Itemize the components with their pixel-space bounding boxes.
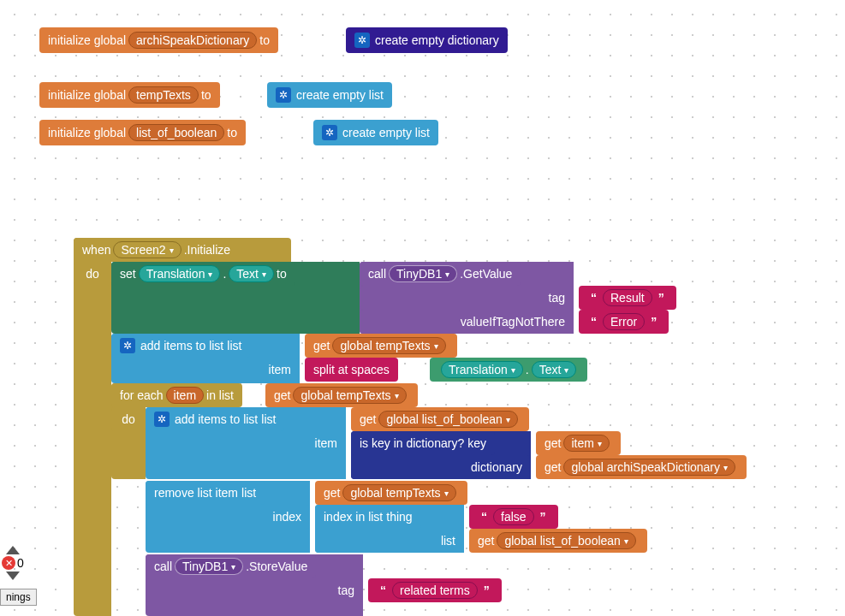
create-empty-list-1[interactable]: ✲ create empty list	[267, 82, 392, 108]
get-item[interactable]: get item	[536, 431, 621, 455]
var[interactable]: global tempTexts	[332, 337, 445, 354]
p1: list	[261, 412, 276, 426]
dot: .	[526, 363, 529, 376]
translation-text-getter[interactable]: Translation . Text	[430, 358, 587, 382]
p1: list	[227, 339, 241, 352]
error-count: 0	[17, 556, 24, 570]
get-temp-2[interactable]: get global tempTexts	[265, 383, 418, 407]
create-empty-dict[interactable]: ✲ create empty dictionary	[346, 27, 508, 53]
open-quote: “	[377, 583, 390, 597]
component-dropdown[interactable]: Translation	[139, 265, 221, 282]
string-result[interactable]: “ Result ”	[579, 286, 676, 310]
get: get	[478, 534, 494, 548]
set: set	[120, 267, 136, 281]
get-dict[interactable]: get global archiSpeakDictionary	[536, 455, 747, 479]
event-header[interactable]: when Screen2 .Initialize	[74, 238, 291, 262]
error-indicator[interactable]: ✕ 0	[2, 556, 24, 570]
get-bool-2[interactable]: get global list_of_boolean	[469, 529, 647, 553]
add-items-1[interactable]: ✲ add items to list list	[111, 334, 250, 358]
value[interactable]: Error	[603, 313, 645, 330]
comp[interactable]: Translation	[441, 361, 523, 378]
label: initialize global	[48, 88, 126, 102]
expand-down-icon[interactable]	[6, 572, 20, 580]
open-quote: “	[587, 291, 600, 305]
gear-icon[interactable]: ✲	[154, 412, 170, 427]
value[interactable]: Result	[603, 289, 652, 306]
add-items-1-item: item	[111, 358, 300, 382]
value[interactable]: related terms	[392, 582, 478, 599]
label: initialize global	[48, 126, 126, 139]
key: key	[467, 436, 486, 450]
init: .Initialize	[184, 243, 230, 257]
remove-item[interactable]: remove list item list	[146, 481, 265, 505]
gear-icon[interactable]: ✲	[120, 338, 135, 353]
prop-dropdown[interactable]: Text	[229, 265, 274, 282]
var[interactable]: global list_of_boolean	[497, 532, 635, 549]
var[interactable]: item	[563, 435, 609, 452]
screen-dropdown[interactable]: Screen2	[113, 241, 181, 258]
get-bool-1[interactable]: get global list_of_boolean	[351, 407, 529, 431]
param-valueIfNot: valueIfTagNotThere	[360, 310, 574, 334]
call-store[interactable]: call TinyDB1 .StoreValue	[146, 554, 316, 578]
gear-icon[interactable]: ✲	[322, 125, 337, 140]
tinydb-dropdown-2[interactable]: TinyDB1	[175, 558, 243, 575]
get: get	[544, 436, 561, 450]
add-items-2-item: item	[146, 431, 346, 455]
gear-icon[interactable]: ✲	[276, 87, 291, 103]
var[interactable]: global tempTexts	[342, 484, 455, 501]
add-items-2[interactable]: ✲ add items to list list	[146, 407, 284, 431]
do-label: do	[74, 262, 111, 286]
get: get	[544, 460, 561, 474]
init-global-dict[interactable]: initialize global archiSpeakDictionary t…	[39, 27, 278, 53]
string-error[interactable]: “ Error ”	[579, 310, 669, 334]
label: initialize global	[48, 33, 126, 47]
method: .GetValue	[460, 267, 512, 281]
index-in-list[interactable]: index in list thing	[315, 505, 421, 529]
expand-up-icon[interactable]	[6, 546, 20, 554]
label: create empty list	[296, 88, 384, 102]
get-temp-1[interactable]: get global tempTexts	[305, 334, 457, 358]
var[interactable]: global tempTexts	[293, 387, 406, 404]
create-empty-list-2[interactable]: ✲ create empty list	[313, 120, 438, 145]
set-block[interactable]: set Translation . Text to	[111, 262, 295, 286]
thing: thing	[386, 510, 412, 524]
error-icon: ✕	[2, 556, 15, 570]
string-related[interactable]: “ related terms ”	[368, 578, 502, 602]
gear-icon[interactable]: ✲	[354, 33, 370, 48]
in: in list	[206, 388, 234, 402]
varname: tempTexts	[128, 86, 199, 104]
value[interactable]: false	[493, 508, 534, 525]
get-temp-3[interactable]: get global tempTexts	[315, 481, 467, 505]
foreach-header[interactable]: for each item in list	[111, 383, 242, 407]
open-quote: “	[587, 315, 600, 329]
index-list: list	[315, 529, 464, 553]
iskey-dict: dictionary	[351, 455, 531, 479]
foreach-do: do	[111, 407, 146, 431]
item[interactable]: item	[166, 387, 204, 404]
string-false[interactable]: “ false ”	[469, 505, 558, 529]
remove-index: index	[146, 505, 310, 529]
var[interactable]: global list_of_boolean	[378, 411, 517, 428]
close-quote: ”	[480, 583, 493, 597]
tinydb-dropdown[interactable]: TinyDB1	[389, 265, 457, 282]
to: to	[201, 88, 211, 102]
var[interactable]: global archiSpeakDictionary	[563, 459, 735, 476]
iskey[interactable]: is key in dictionary? key	[351, 431, 495, 455]
method: .StoreValue	[246, 560, 307, 573]
close-quote: ”	[537, 510, 550, 524]
workspace-controls: ✕ 0	[2, 544, 24, 582]
split-at-spaces[interactable]: split at spaces	[305, 358, 398, 382]
prop[interactable]: Text	[532, 361, 577, 378]
init-global-temp[interactable]: initialize global tempTexts to	[39, 82, 220, 108]
param-tag: tag	[360, 286, 574, 310]
init-global-bool[interactable]: initialize global list_of_boolean to	[39, 120, 246, 145]
label: add items to list	[175, 412, 258, 426]
get: get	[360, 412, 376, 426]
close-quote: ”	[655, 291, 668, 305]
to: to	[259, 33, 270, 47]
label: split at spaces	[313, 363, 390, 376]
store-tag: tag	[146, 578, 363, 602]
warnings-tab[interactable]: nings	[0, 589, 37, 606]
when: when	[82, 243, 110, 257]
call-getvalue[interactable]: call TinyDB1 .GetValue	[360, 262, 521, 286]
